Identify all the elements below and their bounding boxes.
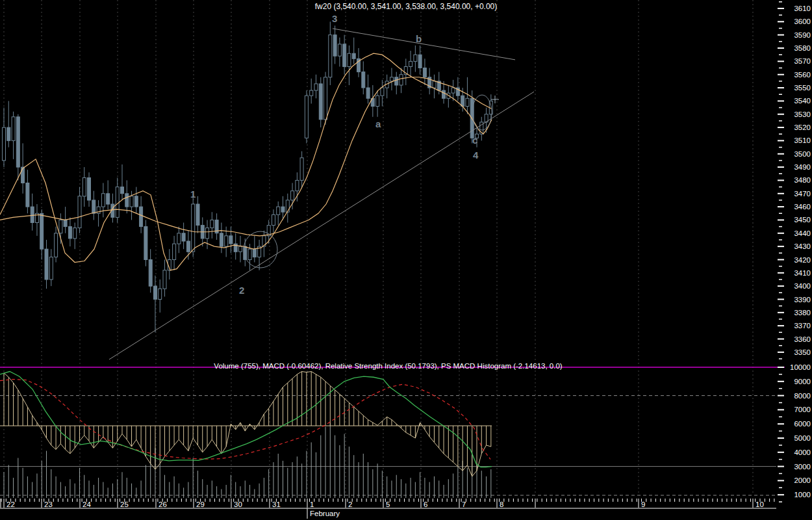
- candle-body: [45, 249, 48, 280]
- candle-body: [59, 220, 62, 233]
- candle-body: [149, 260, 152, 287]
- candle-body: [272, 214, 275, 225]
- price-tick-label: 8000: [794, 392, 811, 400]
- candle-body: [319, 84, 322, 120]
- wave-label-c[interactable]: c: [472, 135, 477, 146]
- candle-body: [173, 244, 176, 259]
- candle-body: [348, 53, 351, 66]
- candle-body: [366, 88, 370, 98]
- candle-body: [248, 249, 251, 259]
- price-tick-label: 3370: [794, 322, 811, 330]
- candle-body: [277, 207, 280, 214]
- candle-body: [210, 220, 214, 228]
- candle-body: [182, 233, 185, 241]
- candle-body: [253, 249, 256, 257]
- price-tick-label: 10000: [790, 363, 811, 371]
- price-tick-label: 3410: [794, 269, 811, 277]
- price-tick-label: 3400: [794, 282, 811, 290]
- candle-body: [163, 270, 166, 289]
- price-tick-label: 3500: [794, 150, 811, 158]
- symbol-quote-title: fw20 (3,540.00, 3,541.00, 3,538.00, 3,54…: [0, 2, 812, 11]
- candle-body: [324, 77, 327, 120]
- candle-body: [88, 177, 91, 200]
- date-tick-label: 31: [272, 500, 281, 508]
- price-tick-label: 6000: [794, 420, 811, 428]
- candle-body: [101, 194, 105, 207]
- price-tick-label: 3420: [794, 256, 811, 264]
- candle-body: [49, 257, 53, 280]
- candle-body: [329, 35, 332, 77]
- date-tick-label: 8: [500, 500, 503, 508]
- candle-body: [310, 90, 313, 96]
- date-tick-label: 6: [424, 500, 427, 508]
- candle-body: [134, 196, 138, 207]
- candle-body: [225, 236, 228, 246]
- macd-line: [4, 372, 491, 476]
- chart-canvas[interactable]: 3610360035903580357035603550354035303520…: [0, 0, 812, 520]
- candle-body: [177, 233, 181, 244]
- wave-label-1[interactable]: 1: [190, 188, 196, 200]
- price-tick-label: 3540: [794, 97, 811, 105]
- candle-body: [286, 200, 289, 212]
- candle-body: [116, 187, 119, 218]
- price-tick-label: 3510: [794, 136, 811, 144]
- candle-body: [333, 35, 336, 56]
- candle-body: [352, 53, 355, 58]
- price-tick-label: 4000: [794, 448, 811, 456]
- candle-body: [55, 233, 58, 257]
- candle-body: [192, 204, 195, 252]
- date-tick-label: 26: [159, 500, 167, 508]
- wave-label-4[interactable]: 4: [473, 150, 478, 161]
- price-tick-label: 3380: [794, 309, 811, 317]
- candle-body: [154, 286, 157, 299]
- candle-body: [343, 44, 346, 67]
- candle-body: [423, 68, 426, 77]
- ma-slow-line: [0, 77, 492, 236]
- candle-body: [466, 98, 469, 106]
- trendline-support-rising[interactable]: [109, 92, 534, 359]
- price-tick-label: 3360: [794, 335, 811, 343]
- date-tick-label: 9: [641, 500, 645, 508]
- wave-label-3[interactable]: 3: [332, 13, 337, 24]
- candle-body: [409, 61, 412, 66]
- price-tick-label: 7000: [794, 406, 811, 413]
- price-tick-label: 3530: [794, 110, 811, 118]
- price-tick-label: 3600: [794, 18, 811, 25]
- price-tick-label: 9000: [794, 378, 811, 385]
- price-tick-label: 3550: [794, 84, 811, 92]
- price-tick-label: 3480: [794, 176, 811, 184]
- price-tick-label: 3350: [794, 348, 811, 356]
- candle-body: [73, 228, 77, 239]
- candle-body: [390, 77, 394, 81]
- date-tick-label: 24: [82, 500, 91, 508]
- candle-body: [239, 246, 242, 252]
- price-tick-label: 3000: [794, 463, 811, 471]
- wave-label-a[interactable]: a: [375, 118, 381, 129]
- candle-body: [21, 167, 25, 183]
- date-tick-label: 10: [755, 500, 764, 508]
- wave-label-b[interactable]: b: [416, 33, 422, 44]
- wave-label-2[interactable]: 2: [239, 285, 244, 296]
- candle-body: [305, 96, 308, 138]
- price-tick-label: 3490: [794, 163, 811, 171]
- candle-body: [64, 220, 67, 226]
- price-tick-label: 5000: [794, 434, 811, 442]
- candle-body: [140, 207, 143, 227]
- candle-body: [418, 55, 422, 68]
- date-tick-label: 30: [234, 500, 242, 508]
- candle-body: [362, 72, 365, 88]
- candle-body: [296, 180, 299, 190]
- candle-body: [300, 158, 303, 181]
- candle-body: [206, 228, 209, 239]
- price-tick-label: 3390: [794, 296, 811, 304]
- price-tick-label: 3520: [794, 124, 811, 131]
- price-tick-label: 3470: [794, 190, 811, 198]
- price-tick-label: 3460: [794, 203, 811, 211]
- date-tick-label: 23: [44, 500, 53, 508]
- trendline-resistance-falling[interactable]: [333, 29, 515, 60]
- candle-body: [7, 127, 10, 140]
- price-tick-label: 3450: [794, 216, 811, 224]
- candle-body: [461, 96, 464, 106]
- candle-body: [26, 183, 29, 207]
- price-tick-label: 3580: [794, 44, 811, 52]
